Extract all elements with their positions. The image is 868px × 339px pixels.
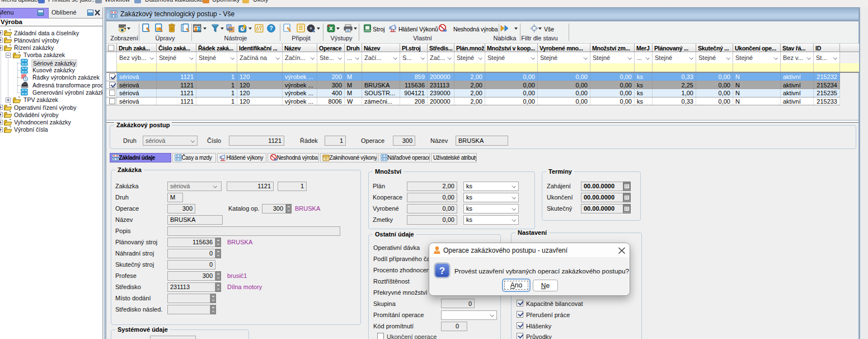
svg-text:?: ? — [269, 25, 273, 31]
svg-text:?: ? — [439, 266, 445, 276]
